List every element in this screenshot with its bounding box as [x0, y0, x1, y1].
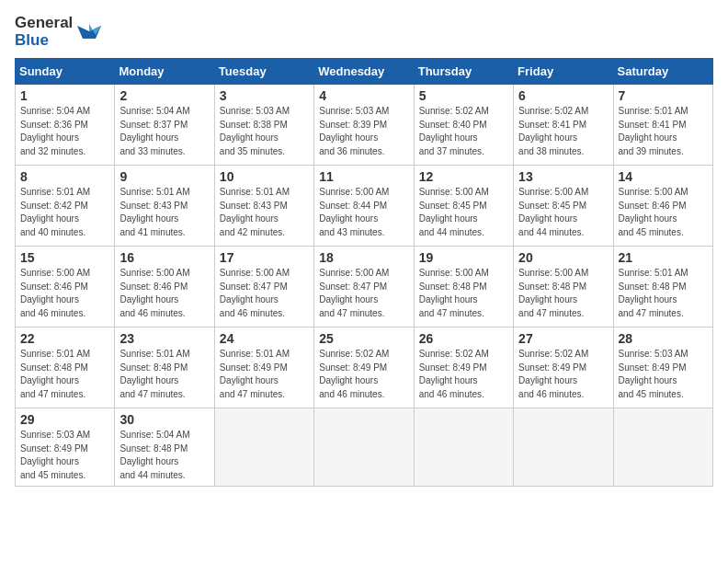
calendar-cell: 28 Sunrise: 5:03 AM Sunset: 8:49 PM Dayl…: [613, 327, 712, 408]
day-number: 16: [119, 250, 209, 265]
calendar-cell: 29 Sunrise: 5:03 AM Sunset: 8:49 PM Dayl…: [16, 408, 115, 487]
calendar-cell: 9 Sunrise: 5:01 AM Sunset: 8:43 PM Dayli…: [115, 166, 214, 247]
day-info: Sunrise: 5:00 AM Sunset: 8:47 PM Dayligh…: [319, 267, 408, 320]
calendar-cell: [214, 408, 313, 487]
day-info: Sunrise: 5:00 AM Sunset: 8:44 PM Dayligh…: [319, 186, 408, 239]
header-saturday: Saturday: [613, 59, 712, 85]
day-number: 2: [119, 88, 209, 103]
day-info: Sunrise: 5:04 AM Sunset: 8:48 PM Dayligh…: [119, 429, 209, 482]
header-thursday: Thursday: [414, 59, 513, 85]
page-header: General Blue: [15, 15, 713, 49]
logo-general: General: [15, 15, 73, 32]
calendar-cell: 4 Sunrise: 5:03 AM Sunset: 8:39 PM Dayli…: [314, 85, 414, 166]
day-number: 12: [419, 169, 508, 184]
calendar-cell: 15 Sunrise: 5:00 AM Sunset: 8:46 PM Dayl…: [16, 247, 115, 327]
day-info: Sunrise: 5:03 AM Sunset: 8:49 PM Dayligh…: [20, 429, 109, 482]
day-info: Sunrise: 5:00 AM Sunset: 8:45 PM Dayligh…: [419, 186, 508, 239]
day-info: Sunrise: 5:02 AM Sunset: 8:49 PM Dayligh…: [319, 348, 408, 401]
calendar-cell: [314, 408, 414, 487]
calendar-cell: 25 Sunrise: 5:02 AM Sunset: 8:49 PM Dayl…: [314, 327, 414, 408]
calendar-week-1: 1 Sunrise: 5:04 AM Sunset: 8:36 PM Dayli…: [16, 85, 713, 166]
day-info: Sunrise: 5:02 AM Sunset: 8:49 PM Dayligh…: [518, 348, 608, 401]
day-number: 1: [20, 88, 109, 103]
header-wednesday: Wednesday: [314, 59, 414, 85]
calendar-cell: 24 Sunrise: 5:01 AM Sunset: 8:49 PM Dayl…: [214, 327, 313, 408]
calendar-table: SundayMondayTuesdayWednesdayThursdayFrid…: [15, 58, 713, 487]
day-number: 20: [518, 250, 608, 265]
day-info: Sunrise: 5:04 AM Sunset: 8:36 PM Dayligh…: [20, 105, 109, 158]
day-number: 5: [419, 88, 508, 103]
day-info: Sunrise: 5:02 AM Sunset: 8:40 PM Dayligh…: [419, 105, 508, 158]
day-number: 10: [220, 169, 309, 184]
day-number: 4: [319, 88, 408, 103]
calendar-cell: 10 Sunrise: 5:01 AM Sunset: 8:43 PM Dayl…: [214, 166, 313, 247]
day-info: Sunrise: 5:02 AM Sunset: 8:41 PM Dayligh…: [518, 105, 608, 158]
day-number: 13: [518, 169, 608, 184]
calendar-cell: 8 Sunrise: 5:01 AM Sunset: 8:42 PM Dayli…: [16, 166, 115, 247]
day-number: 28: [619, 331, 708, 346]
day-number: 17: [220, 250, 309, 265]
day-number: 27: [518, 331, 608, 346]
logo-blue: Blue: [15, 32, 73, 50]
calendar-cell: 17 Sunrise: 5:00 AM Sunset: 8:47 PM Dayl…: [214, 247, 313, 327]
day-info: Sunrise: 5:00 AM Sunset: 8:46 PM Dayligh…: [20, 267, 109, 320]
calendar-week-3: 15 Sunrise: 5:00 AM Sunset: 8:46 PM Dayl…: [16, 247, 713, 327]
day-info: Sunrise: 5:00 AM Sunset: 8:46 PM Dayligh…: [119, 267, 209, 320]
day-info: Sunrise: 5:01 AM Sunset: 8:49 PM Dayligh…: [220, 348, 309, 401]
calendar-cell: 30 Sunrise: 5:04 AM Sunset: 8:48 PM Dayl…: [115, 408, 214, 487]
header-monday: Monday: [115, 59, 214, 85]
calendar-cell: 6 Sunrise: 5:02 AM Sunset: 8:41 PM Dayli…: [514, 85, 613, 166]
day-info: Sunrise: 5:03 AM Sunset: 8:39 PM Dayligh…: [319, 105, 408, 158]
day-number: 24: [220, 331, 309, 346]
day-number: 8: [20, 169, 109, 184]
day-number: 22: [20, 331, 109, 346]
day-info: Sunrise: 5:01 AM Sunset: 8:43 PM Dayligh…: [119, 186, 209, 239]
calendar-cell: [414, 408, 513, 487]
calendar-cell: 19 Sunrise: 5:00 AM Sunset: 8:48 PM Dayl…: [414, 247, 513, 327]
calendar-cell: 7 Sunrise: 5:01 AM Sunset: 8:41 PM Dayli…: [613, 85, 712, 166]
calendar-cell: 27 Sunrise: 5:02 AM Sunset: 8:49 PM Dayl…: [514, 327, 613, 408]
calendar-header-row: SundayMondayTuesdayWednesdayThursdayFrid…: [16, 59, 713, 85]
calendar-cell: 21 Sunrise: 5:01 AM Sunset: 8:48 PM Dayl…: [613, 247, 712, 327]
calendar-cell: 20 Sunrise: 5:00 AM Sunset: 8:48 PM Dayl…: [514, 247, 613, 327]
calendar-cell: 5 Sunrise: 5:02 AM Sunset: 8:40 PM Dayli…: [414, 85, 513, 166]
day-number: 26: [419, 331, 508, 346]
day-number: 29: [20, 412, 109, 427]
calendar-week-5: 29 Sunrise: 5:03 AM Sunset: 8:49 PM Dayl…: [16, 408, 713, 487]
calendar-week-4: 22 Sunrise: 5:01 AM Sunset: 8:48 PM Dayl…: [16, 327, 713, 408]
day-number: 3: [220, 88, 309, 103]
calendar-cell: [613, 408, 712, 487]
day-number: 25: [319, 331, 408, 346]
day-info: Sunrise: 5:01 AM Sunset: 8:42 PM Dayligh…: [20, 186, 109, 239]
day-info: Sunrise: 5:01 AM Sunset: 8:48 PM Dayligh…: [119, 348, 209, 401]
day-number: 14: [619, 169, 708, 184]
day-info: Sunrise: 5:01 AM Sunset: 8:43 PM Dayligh…: [220, 186, 309, 239]
day-number: 7: [619, 88, 708, 103]
day-number: 23: [119, 331, 209, 346]
calendar-week-2: 8 Sunrise: 5:01 AM Sunset: 8:42 PM Dayli…: [16, 166, 713, 247]
logo-icon: [75, 17, 103, 44]
calendar-cell: 2 Sunrise: 5:04 AM Sunset: 8:37 PM Dayli…: [115, 85, 214, 166]
day-info: Sunrise: 5:02 AM Sunset: 8:49 PM Dayligh…: [419, 348, 508, 401]
calendar-cell: 22 Sunrise: 5:01 AM Sunset: 8:48 PM Dayl…: [16, 327, 115, 408]
day-info: Sunrise: 5:00 AM Sunset: 8:47 PM Dayligh…: [220, 267, 309, 320]
calendar-cell: 14 Sunrise: 5:00 AM Sunset: 8:46 PM Dayl…: [613, 166, 712, 247]
day-info: Sunrise: 5:04 AM Sunset: 8:37 PM Dayligh…: [119, 105, 209, 158]
day-number: 19: [419, 250, 508, 265]
day-number: 18: [319, 250, 408, 265]
day-info: Sunrise: 5:00 AM Sunset: 8:45 PM Dayligh…: [518, 186, 608, 239]
day-info: Sunrise: 5:03 AM Sunset: 8:38 PM Dayligh…: [220, 105, 309, 158]
day-number: 9: [119, 169, 209, 184]
day-info: Sunrise: 5:00 AM Sunset: 8:48 PM Dayligh…: [518, 267, 608, 320]
calendar-cell: 18 Sunrise: 5:00 AM Sunset: 8:47 PM Dayl…: [314, 247, 414, 327]
day-info: Sunrise: 5:01 AM Sunset: 8:48 PM Dayligh…: [20, 348, 109, 401]
calendar-cell: [514, 408, 613, 487]
day-info: Sunrise: 5:01 AM Sunset: 8:41 PM Dayligh…: [619, 105, 708, 158]
header-friday: Friday: [514, 59, 613, 85]
day-number: 11: [319, 169, 408, 184]
day-info: Sunrise: 5:00 AM Sunset: 8:46 PM Dayligh…: [619, 186, 708, 239]
day-number: 15: [20, 250, 109, 265]
calendar-cell: 13 Sunrise: 5:00 AM Sunset: 8:45 PM Dayl…: [514, 166, 613, 247]
calendar-cell: 16 Sunrise: 5:00 AM Sunset: 8:46 PM Dayl…: [115, 247, 214, 327]
calendar-cell: 23 Sunrise: 5:01 AM Sunset: 8:48 PM Dayl…: [115, 327, 214, 408]
